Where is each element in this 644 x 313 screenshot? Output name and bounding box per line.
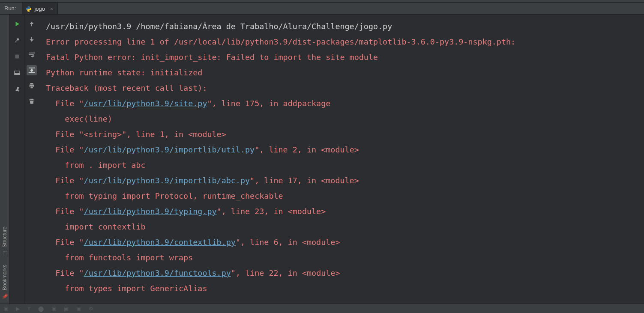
close-tab-icon[interactable]: × <box>50 6 53 12</box>
rail-bookmarks-label: Bookmarks <box>2 265 8 290</box>
scroll-to-end-icon[interactable] <box>27 65 37 75</box>
status-item[interactable]: ⬤ <box>38 306 44 312</box>
rail-bookmarks[interactable]: 🔖 Bookmarks <box>1 260 9 304</box>
structure-icon: ⬚ <box>2 250 8 256</box>
status-item[interactable]: ▶ <box>16 306 20 312</box>
pin-icon[interactable] <box>12 84 22 94</box>
run-tab-jogo[interactable]: jogo × <box>22 3 58 14</box>
run-header: Run: jogo × <box>0 3 644 15</box>
status-item[interactable]: ≡ <box>27 306 30 312</box>
rail-structure-label: Structure <box>2 227 8 247</box>
svg-rect-0 <box>15 55 19 59</box>
file-link[interactable]: /usr/lib/python3.9/site.py <box>84 99 207 108</box>
trash-icon[interactable] <box>27 96 37 106</box>
file-link[interactable]: /usr/lib/python3.9/importlib/abc.py <box>84 176 250 185</box>
run-tab-title: jogo <box>34 6 45 12</box>
down-arrow-icon[interactable] <box>27 34 37 45</box>
file-link[interactable]: /usr/lib/python3.9/typing.py <box>84 207 217 216</box>
soft-wrap-icon[interactable] <box>27 50 37 60</box>
status-item[interactable]: ▣ <box>64 306 69 312</box>
rerun-button[interactable] <box>12 19 22 29</box>
print-icon[interactable] <box>27 80 37 91</box>
bottom-status-bar: ▣ ▶ ≡ ⬤ ▣ ▣ ▣ ⚙ <box>0 304 644 313</box>
status-item[interactable]: ▣ <box>51 306 56 312</box>
console-action-gutter <box>24 15 39 304</box>
status-item[interactable]: ⚙ <box>89 306 93 312</box>
layout-icon[interactable] <box>12 68 22 78</box>
left-tool-rail: ⬚ Structure 🔖 Bookmarks <box>0 15 10 304</box>
status-item[interactable]: ▣ <box>76 306 81 312</box>
status-item[interactable]: ▣ <box>3 306 8 312</box>
console-output[interactable]: /usr/bin/python3.9 /home/fabiana/Área de… <box>39 15 644 304</box>
run-label: Run: <box>4 5 16 12</box>
stop-button[interactable] <box>12 51 22 62</box>
up-arrow-icon[interactable] <box>27 19 37 29</box>
wrench-icon[interactable] <box>12 35 22 45</box>
svg-rect-2 <box>14 73 19 75</box>
bookmark-icon: 🔖 <box>2 293 8 299</box>
rail-structure[interactable]: ⬚ Structure <box>1 222 9 260</box>
python-file-icon <box>26 6 32 12</box>
run-action-gutter <box>10 15 24 304</box>
file-link[interactable]: /usr/lib/python3.9/contextlib.py <box>84 238 236 247</box>
file-link[interactable]: /usr/lib/python3.9/importlib/util.py <box>84 145 255 154</box>
file-link[interactable]: /usr/lib/python3.9/functools.py <box>84 268 231 277</box>
